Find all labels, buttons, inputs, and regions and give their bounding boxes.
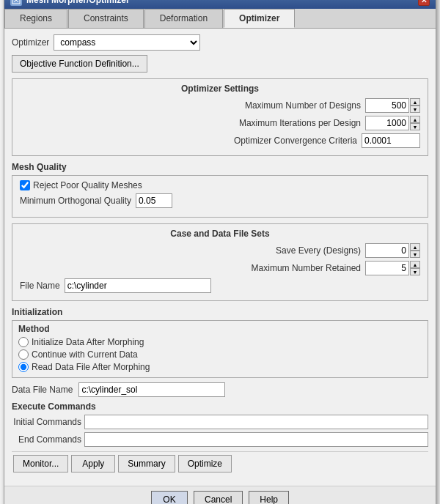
convergence-input[interactable] [362, 133, 420, 148]
obj-function-button[interactable]: Objective Function Definition... [12, 55, 147, 73]
reject-meshes-row: Reject Poor Quality Meshes [20, 180, 420, 190]
max-designs-input[interactable] [365, 98, 409, 113]
optimizer-select[interactable]: compass [54, 34, 200, 51]
max-retained-down[interactable]: ▼ [410, 268, 420, 275]
file-name-input[interactable] [65, 278, 211, 293]
max-designs-up[interactable]: ▲ [410, 98, 420, 105]
max-designs-down[interactable]: ▼ [410, 105, 420, 113]
reject-meshes-checkbox[interactable] [20, 180, 30, 190]
max-retained-label: Maximum Number Retained [20, 263, 361, 273]
initial-commands-row: Initial Commands [12, 415, 428, 429]
min-ortho-input[interactable] [136, 193, 172, 208]
radio-continue: Continue with Current Data [18, 349, 422, 360]
initialization-title: Initialization [12, 307, 428, 317]
mesh-quality-box: Reject Poor Quality Meshes Minimum Ortho… [12, 175, 428, 218]
max-designs-label: Maximum Number of Designs [20, 100, 361, 111]
execute-commands-title: Execute Commands [12, 401, 428, 412]
svg-rect-0 [12, 0, 20, 4]
radio-initialize-input[interactable] [18, 337, 29, 347]
case-data-box: Case and Data File Sets Save Every (Desi… [12, 223, 428, 301]
max-designs-spinbox-btns: ▲ ▼ [410, 98, 420, 113]
save-every-spinbox-btns: ▲ ▼ [410, 243, 420, 258]
convergence-row: Optimizer Convergence Criteria [20, 133, 420, 148]
max-iter-spinbox-btns: ▲ ▼ [410, 116, 420, 130]
save-every-input[interactable] [365, 243, 409, 258]
initial-commands-label: Initial Commands [12, 417, 81, 427]
action-bar: Monitor... Apply Summary Optimize [12, 451, 428, 475]
case-data-title: Case and Data File Sets [20, 229, 420, 239]
radio-read-data-label: Read Data File After Morphing [32, 362, 150, 372]
max-iter-input[interactable] [365, 116, 409, 130]
max-iter-spinbox: ▲ ▼ [365, 116, 420, 130]
radio-read-data: Read Data File After Morphing [18, 362, 422, 372]
min-ortho-row: Minimum Orthogonal Quality [20, 193, 420, 208]
radio-continue-label: Continue with Current Data [32, 349, 138, 360]
help-button[interactable]: Help [249, 491, 289, 504]
main-content: Optimizer compass Objective Function Def… [4, 29, 436, 486]
optimizer-row: Optimizer compass [12, 34, 428, 51]
max-retained-up[interactable]: ▲ [410, 261, 420, 268]
optimizer-settings-title: Optimizer Settings [20, 84, 420, 94]
method-title: Method [18, 324, 422, 334]
save-every-down[interactable]: ▼ [410, 251, 420, 258]
execute-commands-section: Execute Commands Initial Commands End Co… [12, 401, 428, 447]
title-bar: Mesh Morpher/Optimizer ✕ [4, 0, 436, 9]
footer: OK Cancel Help [4, 486, 436, 504]
max-iter-label: Maximum Iterations per Design [20, 118, 361, 128]
radio-initialize: Initialize Data After Morphing [18, 337, 422, 347]
tab-optimizer[interactable]: Optimizer [224, 9, 295, 28]
max-iter-row: Maximum Iterations per Design ▲ ▼ [20, 116, 420, 130]
max-designs-spinbox: ▲ ▼ [365, 98, 420, 113]
tab-constraints[interactable]: Constraints [68, 9, 144, 28]
max-retained-spinbox-btns: ▲ ▼ [410, 261, 420, 275]
ok-button[interactable]: OK [151, 491, 188, 504]
end-commands-label: End Commands [12, 434, 81, 445]
data-file-label: Data File Name [12, 385, 73, 395]
file-name-row: File Name [20, 278, 420, 293]
tab-deformation[interactable]: Deformation [144, 9, 223, 28]
radio-read-data-input[interactable] [18, 362, 29, 372]
end-commands-input[interactable] [84, 432, 428, 447]
tab-regions[interactable]: Regions [4, 9, 67, 28]
min-ortho-label: Minimum Orthogonal Quality [20, 196, 131, 206]
save-every-up[interactable]: ▲ [410, 243, 420, 251]
optimize-button[interactable]: Optimize [178, 455, 232, 472]
window-title: Mesh Morpher/Optimizer [26, 0, 130, 5]
max-iter-down[interactable]: ▼ [410, 123, 420, 130]
max-retained-input[interactable] [365, 261, 409, 275]
save-every-row: Save Every (Designs) ▲ ▼ [20, 243, 420, 258]
radio-continue-input[interactable] [18, 349, 29, 360]
end-commands-row: End Commands [12, 432, 428, 447]
initial-commands-input[interactable] [84, 415, 428, 429]
close-button[interactable]: ✕ [418, 0, 430, 6]
data-file-row: Data File Name [12, 382, 428, 397]
apply-button[interactable]: Apply [71, 455, 115, 472]
main-window: Mesh Morpher/Optimizer ✕ Regions Constra… [4, 0, 436, 504]
optimizer-settings-box: Optimizer Settings Maximum Number of Des… [12, 78, 428, 156]
mesh-quality-title: Mesh Quality [12, 162, 428, 172]
save-every-spinbox: ▲ ▼ [365, 243, 420, 258]
convergence-label: Optimizer Convergence Criteria [20, 136, 357, 146]
radio-initialize-label: Initialize Data After Morphing [32, 337, 144, 347]
save-every-label: Save Every (Designs) [20, 245, 361, 256]
cancel-button[interactable]: Cancel [194, 491, 243, 504]
tab-bar: Regions Constraints Deformation Optimize… [4, 9, 436, 29]
monitor-button[interactable]: Monitor... [13, 455, 68, 472]
reject-meshes-label: Reject Poor Quality Meshes [33, 180, 142, 190]
app-icon [10, 0, 22, 6]
summary-button[interactable]: Summary [118, 455, 175, 472]
method-group: Method Initialize Data After Morphing Co… [12, 320, 428, 378]
max-retained-row: Maximum Number Retained ▲ ▼ [20, 261, 420, 275]
optimizer-label: Optimizer [12, 37, 49, 48]
title-bar-left: Mesh Morpher/Optimizer [10, 0, 130, 6]
max-iter-up[interactable]: ▲ [410, 116, 420, 123]
data-file-input[interactable] [78, 382, 225, 397]
max-retained-spinbox: ▲ ▼ [365, 261, 420, 275]
file-name-label: File Name [20, 281, 60, 291]
max-designs-row: Maximum Number of Designs ▲ ▼ [20, 98, 420, 113]
